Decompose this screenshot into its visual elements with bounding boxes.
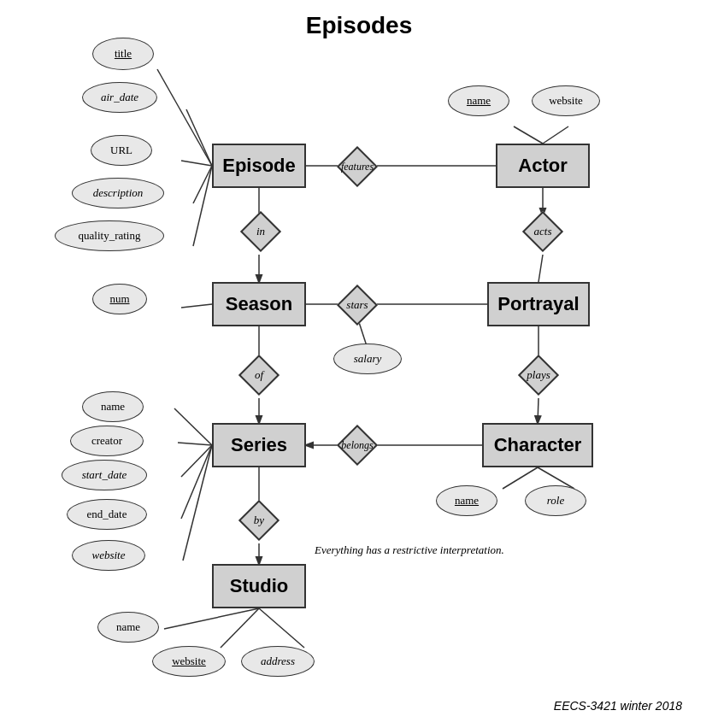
- attr-ep-desc: description: [72, 178, 164, 208]
- entity-episode: Episode: [212, 144, 306, 188]
- svg-line-22: [174, 408, 212, 445]
- svg-line-23: [178, 443, 212, 445]
- svg-line-12: [514, 126, 543, 144]
- entity-season: Season: [212, 282, 306, 326]
- attr-studio-name: name: [97, 612, 159, 643]
- attr-season-num: num: [92, 284, 147, 314]
- diamond-features: features: [338, 147, 377, 186]
- note-text: Everything has a restrictive interpretat…: [315, 543, 504, 557]
- entity-actor: Actor: [496, 144, 590, 188]
- attr-series-website: website: [72, 540, 145, 571]
- svg-line-13: [543, 126, 568, 144]
- diamond-acts: acts: [523, 212, 562, 251]
- svg-line-2: [181, 161, 212, 166]
- diagram-container: Episodes: [0, 0, 718, 728]
- svg-line-1: [186, 109, 212, 166]
- svg-line-4: [193, 166, 212, 246]
- attr-ep-airdate: air_date: [82, 82, 157, 113]
- svg-line-19: [538, 398, 538, 423]
- svg-line-29: [164, 608, 259, 629]
- attr-series-name: name: [82, 391, 144, 422]
- attr-studio-website: website: [152, 646, 226, 677]
- diamond-in: in: [241, 212, 280, 251]
- attr-series-startdate: start_date: [62, 460, 147, 490]
- attr-actor-website: website: [532, 85, 600, 116]
- diamond-by: by: [239, 501, 279, 540]
- entity-portrayal: Portrayal: [487, 282, 590, 326]
- svg-line-26: [183, 445, 212, 561]
- attr-salary: salary: [333, 343, 402, 374]
- diamond-belongs: belongs: [338, 426, 377, 465]
- attr-ep-title: title: [92, 38, 154, 70]
- svg-line-32: [503, 467, 538, 489]
- diamond-plays: plays: [519, 355, 558, 395]
- svg-line-31: [259, 608, 304, 648]
- attr-series-enddate: end_date: [67, 499, 147, 530]
- attr-studio-address: address: [241, 646, 315, 677]
- attr-ep-quality: quality_rating: [55, 220, 164, 251]
- attr-char-role: role: [525, 485, 586, 516]
- entity-series: Series: [212, 423, 306, 467]
- svg-line-15: [538, 255, 543, 282]
- svg-line-25: [181, 445, 212, 519]
- svg-line-24: [181, 445, 212, 477]
- entity-character: Character: [482, 423, 593, 467]
- attr-char-name: name: [436, 485, 497, 516]
- svg-line-11: [181, 304, 212, 308]
- attr-series-creator: creator: [70, 426, 144, 456]
- entity-studio: Studio: [212, 564, 306, 608]
- attr-ep-url: URL: [91, 135, 152, 166]
- attr-actor-name: name: [448, 85, 509, 116]
- page-title: Episodes: [0, 0, 718, 39]
- svg-line-30: [221, 608, 259, 648]
- footer-text: EECS-3421 winter 2018: [554, 699, 682, 713]
- diamond-stars: stars: [338, 285, 377, 325]
- svg-line-0: [157, 69, 212, 166]
- svg-line-3: [193, 166, 212, 203]
- diamond-of: of: [239, 355, 279, 395]
